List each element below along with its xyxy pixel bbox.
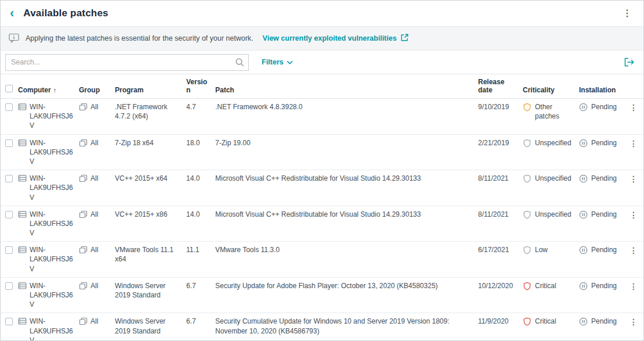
row-kebab-menu-icon[interactable]: ⋮ bbox=[627, 174, 640, 184]
computer-icon bbox=[18, 282, 27, 292]
group-icon bbox=[79, 210, 88, 221]
group-cell: All bbox=[79, 138, 115, 149]
row-kebab-menu-icon[interactable]: ⋮ bbox=[627, 317, 640, 326]
computer-name[interactable]: WIN-LAK9UFHSJ6V bbox=[30, 281, 74, 310]
row-kebab-menu-icon[interactable]: ⋮ bbox=[627, 103, 640, 112]
column-header-version[interactable]: Version bbox=[186, 78, 215, 94]
filters-button[interactable]: Filters bbox=[262, 58, 293, 66]
top-bar: ‹ Available patches ⋮ bbox=[1, 1, 643, 26]
column-header-patch[interactable]: Patch bbox=[215, 86, 478, 94]
computer-cell: WIN-LAK9UFHSJ6V bbox=[18, 174, 79, 202]
version-cell: 11.1 bbox=[186, 245, 215, 254]
installation-status: Pending bbox=[591, 317, 617, 326]
column-header-release-date[interactable]: Release date bbox=[478, 78, 523, 94]
computer-name[interactable]: WIN-LAK9UFHSJ6V bbox=[30, 245, 74, 274]
criticality-cell: Unspecified bbox=[523, 174, 579, 185]
group-name[interactable]: All bbox=[91, 102, 98, 112]
back-chevron-icon[interactable]: ‹ bbox=[6, 7, 17, 20]
group-icon bbox=[79, 174, 88, 185]
version-cell: 4.7 bbox=[186, 102, 215, 112]
criticality-label: Unspecified bbox=[535, 138, 571, 148]
criticality-cell: Critical bbox=[523, 281, 579, 293]
column-header-program[interactable]: Program bbox=[115, 86, 186, 94]
installation-cell: Pending bbox=[579, 245, 627, 257]
group-name[interactable]: All bbox=[91, 317, 98, 326]
row-kebab-menu-icon[interactable]: ⋮ bbox=[627, 246, 640, 255]
patch-cell[interactable]: Microsoft Visual C++ Redistributable for… bbox=[215, 210, 478, 219]
patch-cell[interactable]: VMware Tools 11.3.0 bbox=[215, 245, 478, 254]
installation-status: Pending bbox=[591, 102, 617, 112]
patch-cell[interactable]: 7-Zip 19.00 bbox=[215, 138, 478, 148]
installation-status: Pending bbox=[591, 210, 617, 219]
release-date-cell: 10/12/2020 bbox=[478, 281, 523, 290]
computer-cell: WIN-LAK9UFHSJ6V bbox=[18, 102, 79, 131]
computer-name[interactable]: WIN-LAK9UFHSJ6V bbox=[30, 138, 74, 167]
patch-cell[interactable]: Security Cumulative Update for Windows 1… bbox=[215, 317, 478, 335]
patch-cell[interactable]: .NET Framework 4.8.3928.0 bbox=[215, 102, 478, 112]
computer-cell: WIN-LAK9UFHSJ6V bbox=[18, 317, 79, 341]
group-icon bbox=[79, 317, 88, 328]
installation-status: Pending bbox=[591, 281, 617, 290]
pending-pause-icon bbox=[579, 317, 588, 328]
group-cell: All bbox=[79, 174, 115, 185]
group-cell: All bbox=[79, 102, 115, 113]
release-date-cell: 6/17/2021 bbox=[478, 245, 523, 254]
computer-icon bbox=[18, 317, 27, 328]
sort-ascending-icon: ↑ bbox=[53, 87, 57, 94]
installation-status: Pending bbox=[591, 245, 617, 254]
program-cell: VC++ 2015+ x64 bbox=[115, 174, 186, 183]
criticality-label: Critical bbox=[535, 281, 556, 290]
program-cell: 7-Zip 18 x64 bbox=[115, 138, 186, 148]
column-header-computer[interactable]: Computer↑ bbox=[18, 86, 79, 94]
group-name[interactable]: All bbox=[91, 281, 98, 290]
patch-cell[interactable]: Security Update for Adobe Flash Player: … bbox=[215, 281, 478, 290]
computer-name[interactable]: WIN-LAK9UFHSJ6V bbox=[30, 102, 74, 131]
computer-cell: WIN-LAK9UFHSJ6V bbox=[18, 138, 79, 167]
row-checkbox[interactable] bbox=[5, 318, 13, 325]
installation-cell: Pending bbox=[579, 102, 627, 114]
release-date-cell: 8/11/2021 bbox=[478, 174, 523, 183]
row-checkbox[interactable] bbox=[5, 103, 13, 111]
computer-icon bbox=[18, 174, 27, 185]
group-name[interactable]: All bbox=[91, 210, 98, 219]
group-name[interactable]: All bbox=[91, 138, 98, 148]
pending-pause-icon bbox=[579, 246, 588, 257]
column-header-installation[interactable]: Installation bbox=[579, 86, 627, 94]
external-link-icon bbox=[400, 33, 409, 44]
column-header-criticality[interactable]: Criticality bbox=[523, 86, 579, 94]
group-icon bbox=[79, 139, 88, 149]
criticality-label: Unspecified bbox=[535, 174, 571, 183]
group-name[interactable]: All bbox=[91, 174, 98, 183]
computer-name[interactable]: WIN-LAK9UFHSJ6V bbox=[30, 174, 74, 202]
export-icon[interactable] bbox=[623, 56, 635, 68]
row-kebab-menu-icon[interactable]: ⋮ bbox=[627, 210, 640, 220]
filters-label: Filters bbox=[262, 58, 284, 66]
group-name[interactable]: All bbox=[91, 245, 98, 254]
column-header-group[interactable]: Group bbox=[79, 86, 115, 94]
row-checkbox[interactable] bbox=[5, 246, 13, 254]
version-cell: 14.0 bbox=[186, 210, 215, 219]
select-all-checkbox[interactable] bbox=[5, 85, 13, 92]
row-checkbox[interactable] bbox=[5, 282, 13, 290]
available-patches-page: ‹ Available patches ⋮ Applying the lates… bbox=[0, 0, 644, 341]
row-kebab-menu-icon[interactable]: ⋮ bbox=[627, 139, 640, 148]
exploited-vulnerabilities-link[interactable]: View currently exploited vulnerabilities bbox=[263, 33, 409, 44]
group-icon bbox=[79, 103, 88, 113]
search-icon[interactable] bbox=[235, 58, 245, 70]
version-cell: 14.0 bbox=[186, 174, 215, 183]
row-checkbox[interactable] bbox=[5, 211, 13, 218]
computer-name[interactable]: WIN-LAK9UFHSJ6V bbox=[30, 317, 74, 341]
search-input[interactable] bbox=[5, 54, 249, 71]
row-kebab-menu-icon[interactable]: ⋮ bbox=[627, 282, 640, 291]
row-checkbox[interactable] bbox=[5, 139, 13, 147]
criticality-shield-icon bbox=[523, 139, 531, 150]
group-icon bbox=[79, 246, 88, 256]
patch-cell[interactable]: Microsoft Visual C++ Redistributable for… bbox=[215, 174, 478, 183]
page-kebab-menu-icon[interactable]: ⋮ bbox=[619, 8, 635, 19]
row-checkbox[interactable] bbox=[5, 175, 13, 182]
computer-cell: WIN-LAK9UFHSJ6V bbox=[18, 245, 79, 274]
table-row: WIN-LAK9UFHSJ6V All Windows Server 2019 … bbox=[1, 313, 643, 341]
installation-cell: Pending bbox=[579, 174, 627, 185]
computer-name[interactable]: WIN-LAK9UFHSJ6V bbox=[30, 210, 74, 238]
table-header-row: Computer↑ Group Program Version Patch Re… bbox=[1, 74, 643, 99]
